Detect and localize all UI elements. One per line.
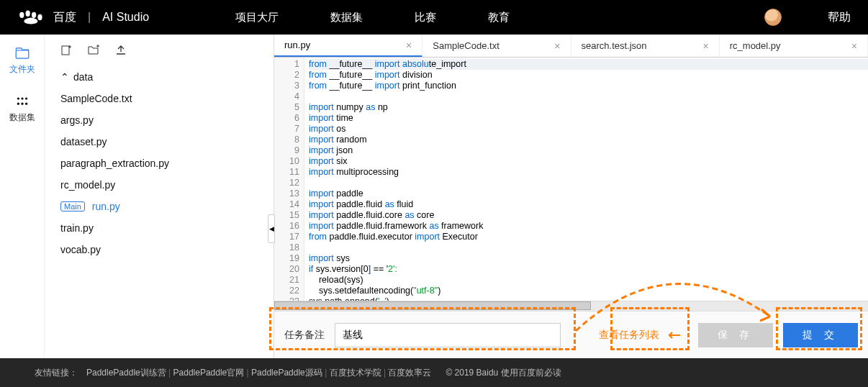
footer-link[interactable]: PaddlePaddle源码 — [251, 368, 322, 378]
file-label: run.py — [92, 201, 120, 212]
svg-point-10 — [25, 103, 27, 105]
footer-link[interactable]: 百度技术学院 — [330, 368, 381, 378]
chevron-down-icon: ⌃ — [60, 71, 69, 83]
file-label: train.py — [60, 222, 94, 234]
svg-point-9 — [21, 103, 23, 105]
file-label: rc_model.py — [60, 179, 115, 191]
file-run-py[interactable]: Mainrun.py — [56, 196, 266, 217]
svg-point-1 — [26, 11, 30, 17]
upload-icon[interactable] — [115, 45, 127, 56]
footer-copyright: © 2019 Baidu 使用百度前必读 — [446, 367, 561, 379]
brand-divider: | — [88, 11, 91, 24]
svg-point-5 — [17, 97, 19, 99]
nav-projects[interactable]: 项目大厅 — [235, 11, 279, 24]
svg-rect-11 — [62, 46, 69, 55]
tab-label: rc_model.py — [730, 40, 781, 51]
new-folder-icon[interactable] — [88, 45, 99, 56]
tab-rc_model-py[interactable]: rc_model.py× — [720, 35, 868, 57]
svg-point-3 — [37, 14, 42, 20]
collapse-handle[interactable]: ◀ — [268, 214, 275, 243]
brand-logo[interactable]: 百度 | AI Studio — [17, 9, 149, 25]
folder-data[interactable]: ⌃ data — [56, 66, 266, 88]
tab-label: run.py — [284, 40, 310, 50]
nav-education[interactable]: 教育 — [488, 11, 510, 24]
footer-link[interactable]: 百度效率云 — [388, 368, 431, 378]
code-editor[interactable]: 1234567891011121314151617181920▸21222324… — [274, 58, 868, 301]
tab-label: SampleCode.txt — [433, 40, 499, 51]
siderail-dataset-label: 数据集 — [9, 111, 35, 124]
submit-button[interactable]: 提 交 — [783, 323, 858, 347]
main-badge: Main — [60, 201, 85, 211]
editor-column: ◀ run.py×SampleCode.txt×search.test.json… — [273, 35, 868, 358]
file-vocab-py[interactable]: vocab.py — [56, 239, 266, 260]
tab-run-py[interactable]: run.py× — [274, 35, 422, 57]
tab-SampleCode-txt[interactable]: SampleCode.txt× — [422, 35, 571, 57]
svg-rect-4 — [16, 50, 29, 58]
file-label: dataset.py — [60, 136, 107, 147]
new-file-icon[interactable] — [60, 45, 72, 56]
task-panel: 任务备注 查看任务列表 保 存 提 交 — [274, 311, 868, 358]
nav-help[interactable]: 帮助 — [828, 10, 851, 25]
file-label: args.py — [60, 114, 94, 126]
line-gutter: 1234567891011121314151617181920▸21222324 — [274, 58, 304, 301]
tab-search-test-json[interactable]: search.test.json× — [571, 35, 720, 57]
footer-lead: 友情链接： — [35, 367, 78, 379]
svg-point-0 — [19, 12, 24, 18]
close-icon[interactable]: × — [554, 40, 560, 52]
file-SampleCode-txt[interactable]: SampleCode.txt — [56, 88, 266, 109]
side-rail: 文件夹 数据集 — [0, 35, 45, 358]
editor-hscrollbar[interactable] — [274, 301, 868, 311]
filetree-toolbar — [56, 45, 266, 56]
file-train-py[interactable]: train.py — [56, 217, 266, 239]
view-task-list-link[interactable]: 查看任务列表 — [599, 329, 659, 342]
editor-tabs: run.py×SampleCode.txt×search.test.json×r… — [274, 35, 868, 58]
file-rc_model-py[interactable]: rc_model.py — [56, 174, 266, 196]
brand-text-right: AI Studio — [102, 11, 149, 24]
close-icon[interactable]: × — [406, 40, 412, 51]
svg-point-2 — [32, 12, 36, 18]
close-icon[interactable]: × — [703, 40, 709, 52]
close-icon[interactable]: × — [851, 40, 857, 52]
tab-label: search.test.json — [582, 40, 647, 51]
svg-point-6 — [21, 97, 23, 99]
svg-point-7 — [25, 97, 27, 99]
brand-text-left: 百度 — [53, 10, 76, 25]
file-dataset-py[interactable]: dataset.py — [56, 131, 266, 152]
file-tree: ⌃ data SampleCode.txtargs.pydataset.pypa… — [45, 35, 273, 358]
file-label: paragraph_extraction.py — [60, 158, 169, 169]
footer-link[interactable]: PaddlePaddle官网 — [173, 368, 245, 378]
file-label: SampleCode.txt — [60, 93, 132, 104]
nav-datasets[interactable]: 数据集 — [330, 11, 363, 24]
folder-label: data — [73, 71, 93, 83]
main-nav: 项目大厅 数据集 比赛 教育 — [235, 11, 510, 24]
code-content[interactable]: from __future__ import absolute_importfr… — [304, 58, 868, 301]
file-paragraph_extraction-py[interactable]: paragraph_extraction.py — [56, 152, 266, 174]
nav-competition[interactable]: 比赛 — [415, 11, 436, 24]
siderail-files[interactable]: 文件夹 — [9, 47, 35, 76]
arrow-left-icon — [668, 331, 681, 340]
siderail-dataset[interactable]: 数据集 — [9, 96, 35, 124]
siderail-files-label: 文件夹 — [9, 63, 35, 76]
top-nav-bar: 百度 | AI Studio 项目大厅 数据集 比赛 教育 帮助 — [0, 0, 868, 35]
svg-point-8 — [17, 103, 19, 105]
save-button[interactable]: 保 存 — [698, 323, 773, 347]
footer-link[interactable]: PaddlePaddle训练营 — [86, 368, 166, 378]
file-args-py[interactable]: args.py — [56, 109, 266, 131]
footer: 友情链接： PaddlePaddle训练营 | PaddlePaddle官网 |… — [0, 358, 868, 387]
task-note-input[interactable] — [335, 323, 561, 347]
task-note-label: 任务备注 — [284, 329, 325, 342]
user-avatar[interactable] — [764, 9, 782, 26]
file-label: vocab.py — [60, 244, 101, 255]
